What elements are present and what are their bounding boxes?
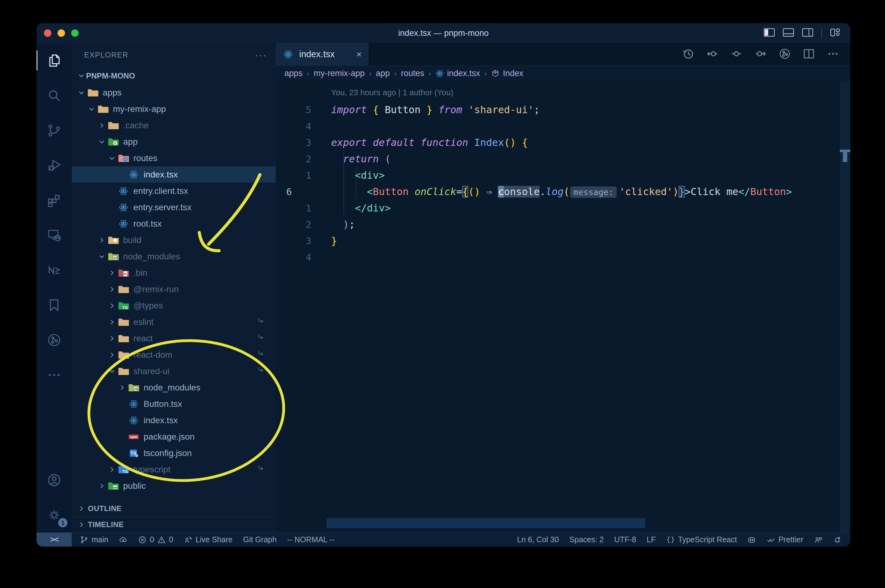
activity-search-icon[interactable] [36,78,72,113]
tree-item-root-tsx[interactable]: root.tsx [72,216,276,232]
tree-item-button-tsx[interactable]: Button.tsx [72,396,276,412]
codelens-annotation[interactable]: You, 23 hours ago | 1 author (You) [331,88,453,98]
close-tab-icon[interactable]: × [356,49,362,60]
status-encoding[interactable]: UTF-8 [614,535,636,544]
status-cursor-position[interactable]: Ln 6, Col 30 [517,535,559,544]
tree-item--cache[interactable]: .cache [72,117,276,134]
outline-panel-header[interactable]: OUTLINE [72,500,276,516]
code-line-1[interactable]: 1 <div> [276,167,838,183]
status-sync[interactable] [119,536,128,544]
tab-index-tsx[interactable]: index.tsx × [276,43,369,66]
tree-item--types[interactable]: TS@types [72,297,276,314]
status-copilot[interactable] [747,536,756,544]
close-window-button[interactable] [44,29,51,37]
tree-item-apps[interactable]: apps [72,84,276,101]
tree-item--bin[interactable]: 01.bin [72,265,276,281]
tree-item-tsconfig-json[interactable]: TStsconfig.json [72,445,276,461]
activity-settings-icon[interactable]: 1 [36,497,72,532]
layout-customize-icon[interactable] [830,28,841,38]
code-line-2[interactable]: 2 return ( [276,150,838,167]
code-line-3[interactable]: 3} [276,232,838,249]
current-change-icon[interactable] [730,48,743,61]
remote-indicator[interactable]: >< [36,532,72,547]
vertical-scrollbar[interactable] [840,81,850,532]
activity-nx-console-icon[interactable] [36,253,72,288]
breadcrumb-item-index-tsx[interactable]: index.tsx [435,69,480,78]
tree-item-shared-ui[interactable]: shared-ui [72,363,276,380]
tree-item-app[interactable]: app [72,134,276,150]
breadcrumb-item-my-remix-app[interactable]: my-remix-app [314,69,365,78]
status-git-graph[interactable]: Git Graph [243,535,277,544]
more-actions-icon[interactable] [827,48,839,61]
status-eol[interactable]: LF [647,535,656,544]
tree-item-label: react [133,334,152,344]
code-line-6[interactable]: 6 <Button onClick={() ⇒ console.log(mess… [276,183,838,200]
layout-panel-toggle-icon[interactable] [783,28,794,38]
activity-git-graph-icon[interactable] [36,322,72,357]
code-line-1[interactable]: 1 </div> [276,200,838,216]
tree-item-my-remix-app[interactable]: my-remix-app [72,101,276,117]
status-problems[interactable]: 00 [138,535,173,544]
activity-extensions-icon[interactable] [36,183,72,218]
explorer-more-icon[interactable]: ··· [255,50,267,60]
code-line-2[interactable]: 2 ); [276,216,838,232]
activity-remote-explorer-icon[interactable] [36,218,72,253]
activity-bookmarks-icon[interactable] [36,288,72,322]
tree-item-build[interactable]: build [72,232,276,248]
outline-panel-label: OUTLINE [88,504,122,513]
status-git-branch[interactable]: main [80,535,108,544]
next-change-icon[interactable] [754,48,767,61]
breadcrumb-item-app[interactable]: app [376,69,390,78]
tree-item-react[interactable]: react [72,330,276,346]
horizontal-scrollbar[interactable] [327,518,645,528]
layout-sidebar-left-toggle-icon[interactable] [764,28,775,38]
tree-item-typescript[interactable]: TStypescript [72,461,276,478]
split-editor-icon[interactable] [803,48,815,61]
activity-accounts-icon[interactable] [36,462,72,497]
activity-more-views-icon[interactable] [36,357,72,392]
tree-item-node-modules[interactable]: JSnode_modules [72,248,276,265]
editor-actions [682,43,850,66]
breadcrumb-item-apps[interactable]: apps [284,69,303,78]
layout-sidebar-right-toggle-icon[interactable] [802,28,813,38]
timeline-history-icon[interactable] [682,48,694,61]
code-line-4[interactable]: 4 [276,249,838,265]
tree-item-index-tsx[interactable]: index.tsx [72,166,276,183]
tree-item-label: typescript [133,465,170,474]
tree-item-index-tsx[interactable]: index.tsx [72,412,276,429]
tree-item-public[interactable]: public [72,478,276,494]
tree-item-react-dom[interactable]: react-dom [72,346,276,363]
status-notifications[interactable] [833,536,842,544]
tree-item-eslint[interactable]: eslint [72,314,276,330]
previous-change-icon[interactable] [706,48,718,61]
tree-item-routes[interactable]: routes [72,150,276,166]
code-line-4[interactable]: 4 [276,118,838,134]
status-vim-mode[interactable]: -- NORMAL -- [287,535,334,544]
symlink-icon [257,464,265,474]
status-language-mode[interactable]: TypeScript React [666,535,737,544]
breadcrumb-item-routes[interactable]: routes [401,69,424,78]
activity-explorer-icon[interactable] [36,43,72,78]
code-line-5[interactable]: 5import { Button } from 'shared-ui'; [276,101,838,118]
tree-item-node-modules[interactable]: JSnode_modules [72,380,276,396]
tree-item-entry-server-tsx[interactable]: entry.server.tsx [72,199,276,216]
code-line-3[interactable]: 3export default function Index() { [276,134,838,150]
tree-item--remix-run[interactable]: @remix-run [72,281,276,297]
zoom-window-button[interactable] [71,29,78,37]
folder-build-icon [108,235,119,246]
status-prettier[interactable]: Prettier [766,535,803,544]
git-graph-view-icon[interactable] [778,48,791,61]
activity-source-control-icon[interactable] [36,113,72,148]
status-live-share[interactable]: Live Share [184,535,233,544]
tree-item-package-json[interactable]: npmpackage.json [72,429,276,445]
timeline-panel-header[interactable]: TIMELINE [72,516,276,532]
status-indentation[interactable]: Spaces: 2 [569,535,604,544]
minimize-window-button[interactable] [57,29,65,37]
status-feedback[interactable] [814,536,822,544]
breadcrumb-separator: › [429,69,431,78]
tree-item-entry-client-tsx[interactable]: entry.client.tsx [72,183,276,199]
tree-section-root[interactable]: PNPM-MONO [72,67,276,84]
breadcrumb-item-index[interactable]: Index [491,69,523,78]
code-editor[interactable]: You, 23 hours ago | 1 author (You) 5impo… [276,81,850,532]
activity-run-debug-icon[interactable] [36,148,72,183]
